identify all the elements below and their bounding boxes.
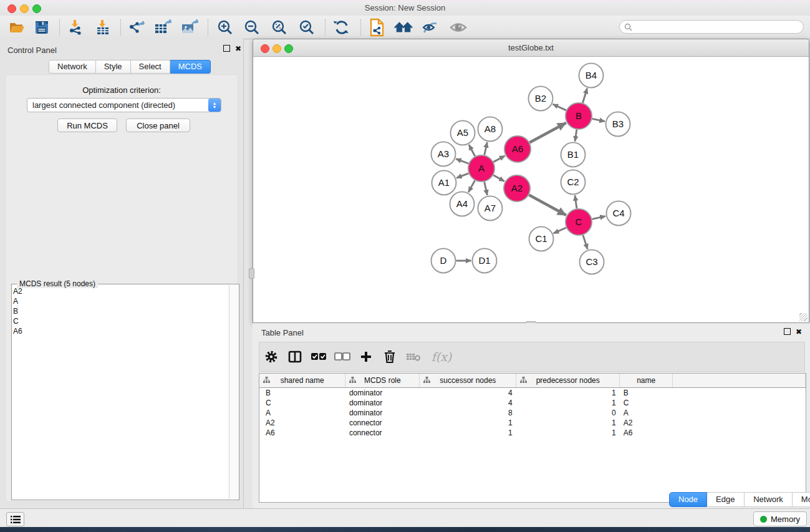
mcds-result-item[interactable]: A: [13, 296, 226, 306]
graph-node-label: A6: [512, 143, 523, 154]
export-network-icon[interactable]: [127, 19, 146, 36]
function-builder-icon[interactable]: f(x): [425, 346, 458, 367]
mcds-result-item[interactable]: A6: [13, 326, 226, 336]
mcds-result-item[interactable]: A2: [13, 286, 226, 296]
graph-edge-C-C4[interactable]: [592, 216, 605, 220]
mcds-result-item[interactable]: B: [13, 306, 226, 316]
graph-edge-A-A7[interactable]: [485, 181, 488, 195]
graph-edge-C-C3[interactable]: [583, 235, 587, 249]
control-panel: Control Panel ✖ Network Style Select MCD…: [0, 39, 244, 508]
table-float-panel-icon[interactable]: [784, 328, 791, 337]
table-row[interactable]: Bdominator41B: [259, 388, 806, 399]
table-close-panel-icon[interactable]: ✖: [796, 327, 802, 336]
run-mcds-button[interactable]: Run MCDS: [57, 118, 117, 132]
close-panel-button[interactable]: Close panel: [126, 118, 190, 132]
graph-node-label: B3: [612, 118, 624, 129]
graph-edge-C-C1[interactable]: [554, 228, 566, 233]
graph-edge-A2-C[interactable]: [529, 195, 566, 215]
show-graphics-details-icon[interactable]: [449, 19, 468, 36]
import-table-icon[interactable]: [94, 19, 112, 36]
column-header-name[interactable]: name: [620, 374, 673, 388]
graph-edge-A-A4[interactable]: [468, 180, 475, 192]
refresh-layout-icon[interactable]: [332, 19, 351, 36]
window-resize-grip[interactable]: [799, 313, 808, 321]
tab-select[interactable]: Select: [131, 60, 170, 74]
dropdown-value: largest connected component (directed): [27, 100, 208, 110]
memory-button[interactable]: Memory: [753, 511, 807, 526]
column-header-MCDS-role[interactable]: MCDS role: [345, 374, 420, 388]
result-scrollbar[interactable]: [229, 285, 238, 499]
graph-edge-B-B4[interactable]: [582, 89, 587, 103]
zoom-selected-icon[interactable]: [297, 19, 316, 36]
hide-panels-icon[interactable]: [421, 19, 440, 36]
table-row[interactable]: A2connector11A2: [259, 418, 806, 428]
delete-columns-trash-icon[interactable]: [378, 346, 402, 367]
float-panel-icon[interactable]: [223, 45, 230, 54]
select-all-columns-icon[interactable]: [307, 346, 330, 367]
graph-edge-A6-B[interactable]: [529, 123, 566, 143]
graph-edge-B-B1[interactable]: [575, 130, 577, 142]
toolbar-separator: [325, 19, 325, 36]
main-toolbar: [0, 16, 810, 39]
tab-node-table[interactable]: Node Table: [669, 492, 707, 507]
zoom-in-icon[interactable]: [216, 19, 234, 36]
graph-node-label: A5: [457, 127, 468, 138]
delete-table-icon[interactable]: [402, 346, 425, 367]
graph-edge-C-C2[interactable]: [575, 195, 577, 208]
new-network-from-file-icon[interactable]: [368, 19, 387, 36]
import-network-icon[interactable]: [66, 19, 85, 36]
graph-edge-A-A5[interactable]: [469, 145, 475, 157]
graph-node-label: B2: [535, 93, 546, 104]
status-bar: Memory: [0, 508, 810, 528]
deselect-all-columns-icon[interactable]: [330, 346, 354, 367]
search-input[interactable]: [635, 22, 793, 32]
graph-edge-A-A3[interactable]: [456, 159, 468, 164]
fx-label: f(x): [432, 350, 452, 364]
graph-edge-A-A6[interactable]: [493, 156, 504, 162]
graph-edge-B-B3[interactable]: [592, 118, 605, 121]
zoom-out-icon[interactable]: [243, 19, 261, 36]
graph-edge-A-A2[interactable]: [493, 175, 504, 181]
tab-network[interactable]: Network: [49, 60, 96, 74]
graph-node-label: D: [440, 255, 447, 266]
search-box[interactable]: [619, 20, 804, 34]
graph-edge-B-B2[interactable]: [553, 104, 566, 110]
table-type-tabs: Node Table Edge Table Network Table Moti…: [669, 492, 810, 506]
tab-network-table[interactable]: Network Table: [745, 492, 793, 507]
create-column-plus-icon[interactable]: [354, 346, 378, 367]
graph-node-label: B4: [586, 70, 597, 80]
column-header-successor-nodes[interactable]: successor nodes: [420, 374, 516, 388]
graph-node-label: C4: [612, 208, 624, 218]
task-history-button[interactable]: [6, 512, 24, 526]
tab-motifs[interactable]: Motifs: [793, 492, 810, 507]
split-divider-handle-vertical[interactable]: [249, 268, 254, 279]
column-header-shared-name[interactable]: shared name: [259, 374, 345, 388]
table-row[interactable]: Cdominator41C: [259, 398, 806, 408]
mcds-result-list[interactable]: A2ABCA6: [13, 286, 226, 336]
show-column-icon[interactable]: [283, 346, 307, 367]
graph-node-label: C1: [535, 233, 547, 244]
export-table-icon[interactable]: [153, 19, 172, 36]
export-image-icon[interactable]: [180, 19, 199, 36]
tab-style[interactable]: Style: [96, 60, 131, 74]
control-panel-tabs: Network Style Select MCDS: [49, 60, 211, 74]
column-header-predecessor-nodes[interactable]: predecessor nodes: [516, 374, 620, 388]
control-panel-title: Control Panel: [7, 46, 57, 55]
network-graph-canvas[interactable]: B4B2BB3A5A8A6A3B1AA1C2A2A4A7C4CC1C3DD1: [254, 57, 808, 322]
tab-edge-table[interactable]: Edge Table: [707, 492, 745, 507]
graph-node-label: C3: [586, 256, 597, 267]
home-layout-icon[interactable]: [394, 19, 413, 36]
zoom-fit-icon[interactable]: [270, 19, 289, 36]
table-row[interactable]: A6connector11A6: [259, 428, 806, 438]
network-window-titlebar[interactable]: testGlobe.txt: [253, 39, 809, 57]
close-panel-icon[interactable]: ✖: [235, 44, 241, 53]
tab-mcds[interactable]: MCDS: [170, 60, 211, 74]
graph-edge-A-A8[interactable]: [485, 142, 488, 155]
table-options-gear-icon[interactable]: [259, 346, 283, 367]
table-row[interactable]: Adominator80A: [259, 408, 806, 418]
mcds-result-item[interactable]: C: [13, 316, 226, 326]
open-file-icon[interactable]: [7, 19, 26, 36]
graph-edge-A-A1[interactable]: [456, 173, 468, 178]
optimization-criterion-dropdown[interactable]: largest connected component (directed) ▲…: [27, 98, 221, 112]
save-session-icon[interactable]: [32, 19, 51, 36]
